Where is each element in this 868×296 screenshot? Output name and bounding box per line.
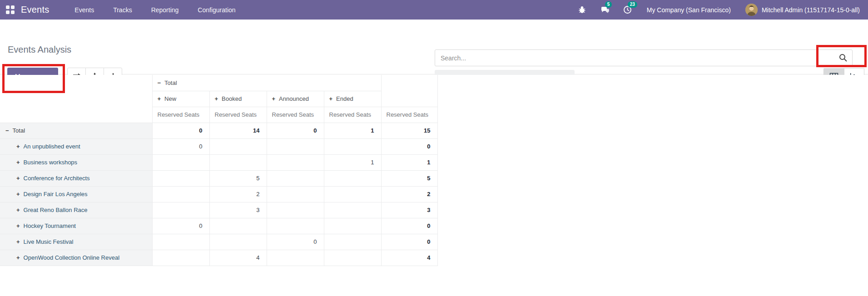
pivot-value-cell[interactable]: 1 <box>324 123 381 138</box>
pivot-value-cell[interactable] <box>209 234 267 250</box>
pivot-value-cell[interactable]: 0 <box>267 123 324 138</box>
pivot-value-cell[interactable] <box>209 138 267 154</box>
pivot-value-cell[interactable] <box>324 234 381 250</box>
pivot-value-cell[interactable] <box>209 154 267 170</box>
pivot-value-cell[interactable] <box>267 218 324 234</box>
pivot-value-cell[interactable]: 2 <box>381 186 437 202</box>
pivot-value-cell[interactable] <box>324 138 381 154</box>
pivot-row: +Great Reno Ballon Race33 <box>0 202 437 218</box>
pivot-row-header[interactable]: +Live Music Festival <box>0 234 152 250</box>
pivot-header-empty-cell <box>381 75 437 107</box>
pivot-value-cell[interactable] <box>324 250 381 266</box>
pivot-value-cell[interactable]: 4 <box>381 250 437 266</box>
pivot-value-cell[interactable] <box>152 186 209 202</box>
debug-bug-button[interactable] <box>577 5 588 15</box>
pivot-table: −Total+New+Booked+Announced+EndedReserve… <box>0 75 438 266</box>
pivot-value-cell[interactable] <box>324 186 381 202</box>
pivot-measure-header[interactable]: Reserved Seats <box>267 107 324 123</box>
pivot-value-cell[interactable] <box>152 250 209 266</box>
activities-button[interactable]: 23 <box>622 5 633 15</box>
pivot-value-cell[interactable]: 0 <box>152 138 209 154</box>
user-menu[interactable]: Mitchell Admin (11517174-15-0-all) <box>762 6 860 14</box>
search-submit-button[interactable] <box>838 53 848 63</box>
pivot-col-header[interactable]: +Ended <box>324 91 381 107</box>
user-avatar[interactable] <box>745 4 758 16</box>
pivot-col-header[interactable]: +Announced <box>267 91 324 107</box>
pivot-value-cell[interactable] <box>267 170 324 186</box>
messages-button[interactable]: 5 <box>600 5 610 15</box>
pivot-measure-header[interactable]: Reserved Seats <box>209 107 267 123</box>
company-switcher[interactable]: My Company (San Francisco) <box>647 6 731 14</box>
search-input[interactable] <box>435 49 853 66</box>
pivot-value-cell[interactable]: 3 <box>381 202 437 218</box>
pivot-value-cell[interactable]: 3 <box>209 202 267 218</box>
pivot-value-cell[interactable]: 1 <box>324 154 381 170</box>
page-title: Events Analysis <box>8 44 71 55</box>
pivot-value-cell[interactable] <box>152 170 209 186</box>
pivot-value-cell[interactable]: 14 <box>209 123 267 138</box>
pivot-value-cell[interactable]: 5 <box>381 170 437 186</box>
menu-item-configuration[interactable]: Configuration <box>198 6 235 14</box>
expand-toggle-icon: + <box>16 159 20 166</box>
expand-toggle-icon: + <box>16 238 20 245</box>
pivot-corner-cell <box>0 75 152 123</box>
app-brand[interactable]: Events <box>21 5 49 15</box>
expand-toggle-icon: + <box>272 95 276 102</box>
pivot-row-header[interactable]: −Total <box>0 123 152 138</box>
pivot-value-cell[interactable] <box>267 154 324 170</box>
pivot-value-cell[interactable]: 2 <box>209 186 267 202</box>
menu-item-tracks[interactable]: Tracks <box>113 6 132 14</box>
pivot-value-cell[interactable]: 5 <box>209 170 267 186</box>
pivot-value-cell[interactable]: 0 <box>267 234 324 250</box>
header-label: Announced <box>279 95 309 102</box>
activities-count-badge: 23 <box>628 1 637 8</box>
pivot-value-cell[interactable]: 0 <box>381 138 437 154</box>
pivot-measure-header[interactable]: Reserved Seats <box>152 107 209 123</box>
expand-toggle-icon: + <box>329 95 333 102</box>
pivot-value-cell[interactable] <box>324 170 381 186</box>
pivot-value-cell[interactable] <box>152 154 209 170</box>
pivot-measure-header[interactable]: Reserved Seats <box>381 107 437 123</box>
pivot-value-cell[interactable] <box>267 202 324 218</box>
pivot-row-header[interactable]: +An unpublished event <box>0 138 152 154</box>
pivot-value-cell[interactable] <box>152 234 209 250</box>
pivot-row-header[interactable]: +Design Fair Los Angeles <box>0 186 152 202</box>
pivot-value-cell[interactable]: 0 <box>381 234 437 250</box>
pivot-value-cell[interactable] <box>267 186 324 202</box>
pivot-value-cell[interactable]: 4 <box>209 250 267 266</box>
pivot-value-cell[interactable]: 0 <box>381 218 437 234</box>
pivot-row: +Conference for Architects55 <box>0 170 437 186</box>
pivot-row-header[interactable]: +Great Reno Ballon Race <box>0 202 152 218</box>
pivot-value-cell[interactable] <box>267 138 324 154</box>
header-label: Great Reno Ballon Race <box>24 207 88 213</box>
header-label: Hockey Tournament <box>24 222 76 229</box>
pivot-measure-header[interactable]: Reserved Seats <box>324 107 381 123</box>
menu-item-events[interactable]: Events <box>74 6 94 14</box>
pivot-col-group-total[interactable]: −Total <box>152 75 381 91</box>
expand-toggle-icon: + <box>215 95 218 102</box>
pivot-col-header[interactable]: +Booked <box>209 91 267 107</box>
navbar-right: 5 23 My Company (San Francisco) Mitchell… <box>565 4 868 16</box>
menu-item-reporting[interactable]: Reporting <box>151 6 179 14</box>
pivot-header-row: −Total <box>0 75 437 91</box>
pivot-col-header[interactable]: +New <box>152 91 209 107</box>
pivot-row-header[interactable]: +Hockey Tournament <box>0 218 152 234</box>
pivot-value-cell[interactable] <box>324 202 381 218</box>
apps-menu-button[interactable] <box>0 0 20 20</box>
pivot-value-cell[interactable]: 0 <box>152 123 209 138</box>
pivot-value-cell[interactable]: 1 <box>381 154 437 170</box>
pivot-value-cell[interactable] <box>152 202 209 218</box>
pivot-value-cell[interactable]: 15 <box>381 123 437 138</box>
pivot-value-cell[interactable]: 0 <box>152 218 209 234</box>
header-label: An unpublished event <box>24 143 80 150</box>
pivot-row-header[interactable]: +OpenWood Collection Online Reveal <box>0 250 152 266</box>
expand-toggle-icon: + <box>16 191 20 197</box>
header-label: Total <box>164 79 177 86</box>
expand-toggle-icon: + <box>16 222 20 229</box>
pivot-value-cell[interactable] <box>324 218 381 234</box>
pivot-value-cell[interactable] <box>267 250 324 266</box>
pivot-value-cell[interactable] <box>209 218 267 234</box>
pivot-row-header[interactable]: +Business workshops <box>0 154 152 170</box>
search-icon <box>838 53 848 62</box>
pivot-row-header[interactable]: +Conference for Architects <box>0 170 152 186</box>
